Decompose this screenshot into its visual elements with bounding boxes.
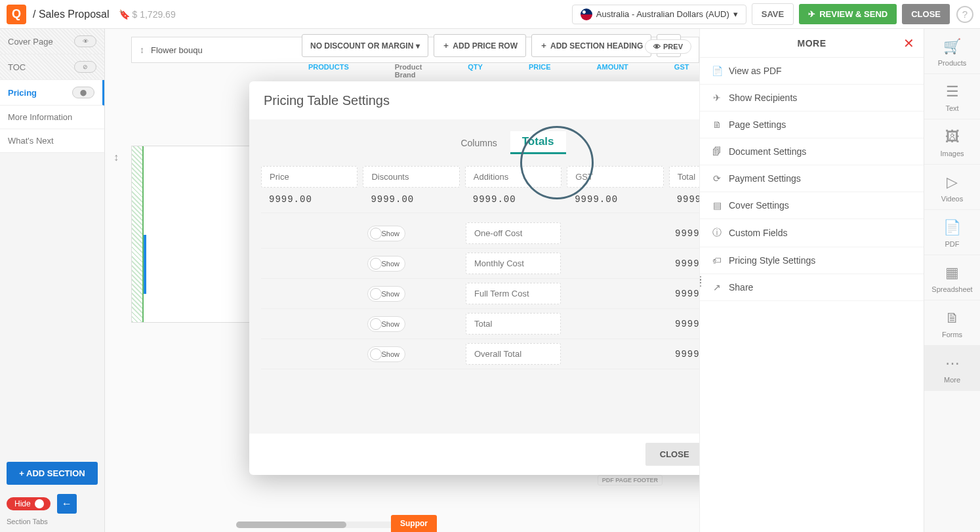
show-label: Show xyxy=(381,320,399,328)
cover-icon: ▤ xyxy=(712,200,722,211)
column-headers: PRODUCTS Product Brand QTY PRICE AMOUNT … xyxy=(308,63,699,79)
num-total: 9999.00 xyxy=(669,192,699,207)
pdf-footer-badge: PDF PAGE FOOTER xyxy=(598,475,663,485)
rail-pdf[interactable]: 📄PDF xyxy=(924,210,980,255)
show-toggle[interactable]: Show xyxy=(367,316,405,332)
document-icon: 🗐 xyxy=(712,146,722,157)
more-item-label: Custom Fields xyxy=(729,228,787,238)
more-item-label: Share xyxy=(729,282,753,293)
rail-products[interactable]: 🛒Products xyxy=(924,29,980,74)
rail-label: Products xyxy=(938,59,966,67)
visibility-toggle[interactable]: ⊘ xyxy=(74,61,96,73)
rail-more[interactable]: ⋯More xyxy=(924,346,980,391)
scrollbar-thumb[interactable] xyxy=(236,522,346,528)
tab-columns[interactable]: Columns xyxy=(460,138,497,148)
page-icon: 🗎 xyxy=(712,119,722,130)
chevron-down-icon: ▾ xyxy=(733,9,738,19)
more-item-label: Document Settings xyxy=(729,146,806,157)
pdf-icon: 📄 xyxy=(712,66,722,76)
grid-icon: ▦ xyxy=(945,264,959,281)
header-additions[interactable]: Additions xyxy=(465,166,561,188)
row-value: 9999.00 xyxy=(668,228,699,239)
tag-icon: 🏷 xyxy=(712,255,722,266)
pricing-table-settings-modal: Pricing Table Settings ✕ Columns Totals … xyxy=(249,81,699,475)
payment-icon: ⟳ xyxy=(712,173,722,184)
more-item-label: Cover Settings xyxy=(729,200,789,211)
back-button[interactable]: ← xyxy=(57,494,77,514)
visibility-toggle[interactable]: ⬤ xyxy=(72,87,94,98)
header-gst[interactable]: GST xyxy=(567,166,663,188)
more-item-view-pdf[interactable]: 📄View as PDF xyxy=(700,58,924,85)
sidebar-item-toc[interactable]: TOC ⊘ xyxy=(0,54,104,80)
show-toggle[interactable]: Show xyxy=(367,346,405,362)
rail-forms[interactable]: 🗎Forms xyxy=(924,300,980,346)
text-icon: ☰ xyxy=(946,83,959,100)
totals-header-row: Price Discounts Additions GST Total xyxy=(261,166,699,188)
rail-text[interactable]: ☰Text xyxy=(924,74,980,119)
header-total[interactable]: Total xyxy=(669,166,699,188)
tab-totals[interactable]: Totals xyxy=(510,131,566,154)
add-section-heading-button[interactable]: ＋ ADD SECTION HEADING xyxy=(531,34,651,57)
review-label: REVIEW & SEND xyxy=(819,9,888,19)
drag-handle-icon[interactable]: ↕ xyxy=(113,152,119,163)
rail-videos[interactable]: ▷Videos xyxy=(924,165,980,210)
close-button[interactable]: CLOSE xyxy=(902,4,950,24)
more-close-icon[interactable]: ✕ xyxy=(903,35,914,51)
more-item-cover-settings[interactable]: ▤Cover Settings xyxy=(700,192,924,219)
header-price[interactable]: Price xyxy=(261,166,357,188)
totals-row-monthly: Show 9999.00 xyxy=(261,249,699,279)
app-logo[interactable]: Q xyxy=(7,5,26,24)
help-icon[interactable]: ? xyxy=(956,6,973,23)
top-header: Q / Sales Proposal 🔖 $ 1,729.69 Australi… xyxy=(0,0,980,29)
sidebar-item-cover-page[interactable]: Cover Page 👁 xyxy=(0,29,104,54)
cart-icon: 🛒 xyxy=(943,38,961,55)
more-item-payment-settings[interactable]: ⟳Payment Settings xyxy=(700,165,924,192)
more-item-recipients[interactable]: ✈Show Recipients xyxy=(700,85,924,112)
save-button[interactable]: SAVE xyxy=(752,3,794,25)
row-label-input[interactable] xyxy=(466,222,561,244)
more-item-custom-fields[interactable]: ⓘCustom Fields xyxy=(700,219,924,247)
row-value: 9999.00 xyxy=(668,289,699,299)
review-send-button[interactable]: ✈ REVIEW & SEND xyxy=(799,4,897,24)
add-section-button[interactable]: + ADD SECTION xyxy=(7,462,98,485)
section-title-input[interactable] xyxy=(151,45,223,55)
visibility-toggle[interactable]: 👁 xyxy=(74,35,96,47)
show-toggle[interactable]: Show xyxy=(367,286,405,302)
support-tab[interactable]: Suppor xyxy=(391,515,437,532)
more-item-doc-settings[interactable]: 🗐Document Settings xyxy=(700,138,924,165)
modal-close-button[interactable]: CLOSE xyxy=(645,443,699,466)
arrow-left-icon: ← xyxy=(62,498,72,510)
flag-icon xyxy=(581,9,592,20)
totals-row-overall: Show 9999.00 xyxy=(261,339,699,369)
rail-images[interactable]: 🖼Images xyxy=(924,119,980,165)
currency-selector[interactable]: Australia - Australian Dollars (AUD) ▾ xyxy=(572,5,746,24)
sidebar-item-whats-next[interactable]: What's Next xyxy=(0,129,104,153)
num-discounts: 9999.00 xyxy=(363,192,459,207)
sidebar-item-pricing[interactable]: Pricing ⬤ xyxy=(0,80,104,106)
preview-toggle[interactable]: 👁 PREV xyxy=(645,39,691,54)
more-item-page-settings[interactable]: 🗎Page Settings xyxy=(700,112,924,138)
row-label-input[interactable] xyxy=(466,313,561,335)
add-heading-label: ADD SECTION HEADING xyxy=(550,41,643,51)
row-label-input[interactable] xyxy=(466,283,561,304)
discount-dropdown[interactable]: NO DISCOUNT OR MARGIN ▾ xyxy=(302,34,428,57)
row-label-input[interactable] xyxy=(466,343,561,365)
more-item-pricing-style[interactable]: 🏷Pricing Style Settings xyxy=(700,247,924,274)
right-rail: 🛒Products ☰Text 🖼Images ▷Videos 📄PDF ▦Sp… xyxy=(924,29,980,532)
show-toggle[interactable]: Show xyxy=(367,256,405,272)
header-discounts[interactable]: Discounts xyxy=(363,166,459,188)
drag-handle-icon[interactable]: ↕ xyxy=(140,45,144,55)
add-price-row-button[interactable]: ＋ ADD PRICE ROW xyxy=(434,34,526,57)
row-label-input[interactable] xyxy=(466,253,561,274)
show-toggle[interactable]: Show xyxy=(367,226,405,241)
row-value: 9999.00 xyxy=(668,258,699,269)
more-item-share[interactable]: ↗Share xyxy=(700,274,924,301)
currency-label: Australia - Australian Dollars (AUD) xyxy=(596,9,729,19)
totals-row-one-off: Show 9999.00 xyxy=(261,218,699,249)
hide-toggle[interactable]: Hide xyxy=(7,497,51,510)
num-gst: 9999.00 xyxy=(567,192,663,207)
plus-icon: ＋ xyxy=(540,40,548,51)
rail-spreadsheet[interactable]: ▦Spreadsheet xyxy=(924,255,980,300)
send-icon: ✈ xyxy=(808,9,815,19)
sidebar-item-more-info[interactable]: More Information xyxy=(0,106,104,129)
